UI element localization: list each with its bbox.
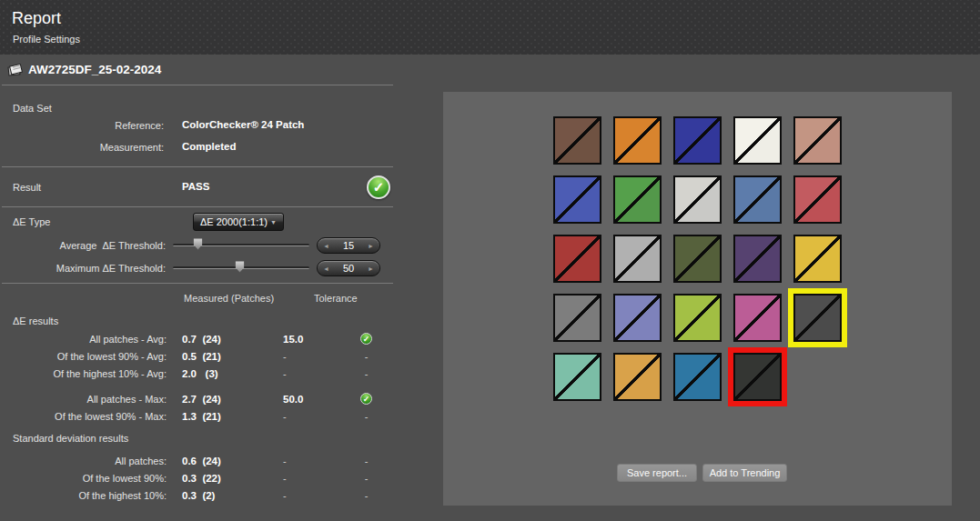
measurement-label: Measurement:: [0, 142, 164, 153]
avg-threshold-slider-thumb[interactable]: [193, 238, 203, 250]
color-patch[interactable]: [673, 116, 722, 165]
patch-panel: Save report... Add to Trending: [443, 92, 952, 506]
result-row: All patches - Avg:0.7 (24)15.0✓: [0, 330, 395, 347]
color-patch[interactable]: [673, 175, 722, 224]
status-cell: -: [353, 351, 379, 362]
patch-row: [553, 116, 842, 165]
page-title: Report: [12, 9, 61, 28]
divider: [2, 206, 393, 207]
result-label: Result: [13, 182, 41, 193]
color-patch[interactable]: [553, 294, 601, 342]
profile-row: AW2725DF_25-02-2024: [7, 63, 161, 76]
status-cell: -: [353, 473, 379, 484]
tolerance-value: -: [283, 351, 353, 362]
color-patch[interactable]: [793, 116, 842, 165]
color-patch[interactable]: [733, 175, 782, 224]
result-row: Of the highest 10%:0.3 (2)--: [0, 486, 395, 504]
row-label: Of the highest 10% - Avg:: [0, 368, 167, 379]
row-label: All patches:: [0, 456, 167, 466]
status-cell: -: [353, 490, 379, 501]
avg-threshold-stepper[interactable]: ◄ 15 ►: [317, 237, 380, 254]
color-patch[interactable]: [553, 175, 601, 224]
patch-row: [553, 294, 842, 342]
color-patch[interactable]: [613, 235, 662, 283]
avg-threshold-slider[interactable]: [173, 244, 309, 246]
patch-row: [553, 235, 842, 283]
patch-grid: [553, 116, 842, 412]
result-row: Of the lowest 90% - Max:1.3 (21)--: [0, 407, 395, 425]
check-glyph: ✓: [373, 179, 385, 195]
status-cell: ✓: [353, 333, 379, 345]
color-patch[interactable]: [793, 235, 842, 283]
divider: [2, 283, 393, 284]
avg-threshold-label: Average ΔE Threshold:: [0, 240, 166, 251]
tolerance-value: 50.0: [283, 394, 353, 405]
max-threshold-stepper[interactable]: ◄ 50 ►: [317, 260, 380, 276]
color-patch[interactable]: [553, 235, 601, 283]
result-value: PASS: [182, 181, 209, 192]
measured-value: 1.3 (21): [167, 411, 283, 422]
chevron-down-icon: ▼: [270, 219, 277, 225]
color-patch[interactable]: [613, 294, 662, 342]
color-patch[interactable]: [553, 116, 601, 165]
color-patch[interactable]: [673, 235, 722, 283]
color-patch[interactable]: [733, 235, 782, 283]
max-threshold-slider-thumb[interactable]: [235, 261, 245, 273]
patch-row: [553, 175, 842, 224]
pass-check-icon: ✓: [367, 175, 390, 199]
add-to-trending-button[interactable]: Add to Trending: [702, 464, 787, 482]
tolerance-value: -: [283, 490, 353, 501]
measured-value: 0.5 (21): [167, 351, 283, 362]
tolerance-value: -: [283, 473, 353, 484]
color-patch[interactable]: [613, 353, 662, 401]
color-patch[interactable]: [553, 353, 601, 401]
measurement-value: Completed: [182, 141, 236, 152]
profile-name: AW2725DF_25-02-2024: [28, 63, 161, 76]
status-cell: -: [353, 411, 379, 422]
tolerance-value: -: [283, 411, 353, 422]
pass-check-icon: ✓: [360, 393, 372, 405]
stepper-right-icon[interactable]: ►: [368, 266, 374, 272]
measured-value: 0.3 (22): [167, 473, 283, 484]
save-report-button[interactable]: Save report...: [617, 464, 697, 482]
result-row: Of the lowest 90% - Avg:0.5 (21)--: [0, 347, 395, 365]
color-patch[interactable]: [673, 353, 722, 401]
measured-value: 2.0 (3): [167, 368, 283, 379]
spacer: [0, 382, 395, 390]
color-patch[interactable]: [673, 294, 722, 342]
header-bar: Report Profile Settings: [0, 0, 980, 55]
patch-row: [553, 353, 842, 401]
stepper-right-icon[interactable]: ►: [368, 243, 374, 249]
results-rows: ΔE resultsAll patches - Avg:0.7 (24)15.0…: [0, 308, 395, 504]
divider: [2, 166, 393, 167]
stepper-left-icon[interactable]: ◄: [323, 266, 329, 272]
dataset-section-label: Data Set: [13, 103, 52, 114]
pass-check-icon: ✓: [360, 333, 372, 345]
page-subtitle: Profile Settings: [13, 34, 80, 45]
status-cell: -: [353, 368, 379, 379]
row-label: Of the lowest 90% - Max:: [0, 411, 167, 422]
color-patch-selected[interactable]: [733, 353, 782, 401]
section-label: ΔE results: [0, 308, 395, 330]
stepper-left-icon[interactable]: ◄: [323, 243, 329, 249]
tolerance-value: -: [283, 456, 353, 466]
color-patch[interactable]: [793, 175, 842, 224]
color-patch[interactable]: [613, 116, 662, 165]
color-patch[interactable]: [733, 294, 782, 342]
row-label: Of the lowest 90% - Avg:: [0, 351, 167, 362]
color-patch[interactable]: [613, 175, 662, 224]
report-icon: [7, 64, 23, 76]
row-label: Of the highest 10%:: [0, 490, 167, 501]
measured-value: 0.3 (2): [167, 490, 283, 501]
col-header-measured: Measured (Patches): [184, 293, 274, 304]
result-row: All patches:0.6 (24)--: [0, 452, 395, 469]
measured-value: 2.7 (24): [167, 394, 283, 405]
tolerance-value: -: [283, 368, 353, 379]
de-type-selected: ΔE 2000(1:1:1): [200, 216, 268, 227]
divider: [2, 85, 393, 85]
color-patch[interactable]: [733, 116, 782, 165]
color-patch-selected[interactable]: [793, 294, 842, 342]
row-label: Of the lowest 90%:: [0, 473, 167, 484]
tolerance-value: 15.0: [283, 334, 353, 345]
de-type-dropdown[interactable]: ΔE 2000(1:1:1) ▼: [193, 213, 284, 231]
